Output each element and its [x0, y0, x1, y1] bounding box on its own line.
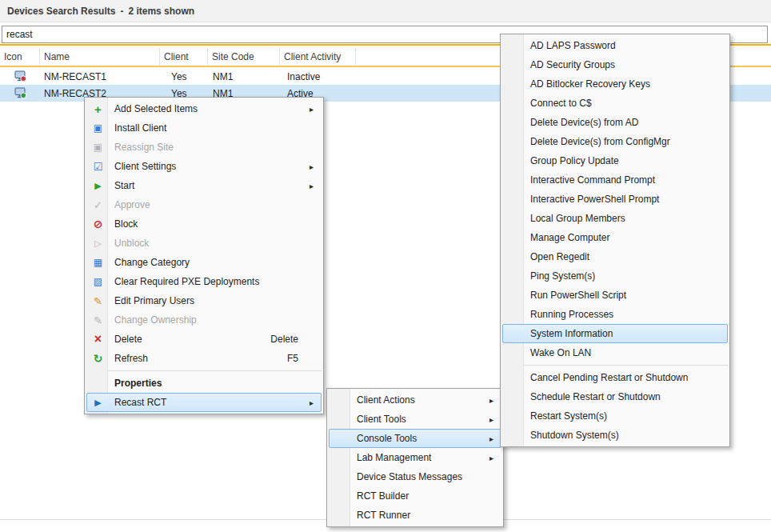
menu-item-reassign-site[interactable]: ▣ Reassign Site ▸: [86, 138, 322, 157]
menu-item-lab-management[interactable]: Lab Management ▸: [329, 448, 501, 467]
device-icon: [14, 70, 26, 82]
add-icon: +: [87, 103, 109, 115]
submenu-arrow-icon: ▸: [310, 105, 321, 114]
delete-icon: ×: [87, 333, 109, 346]
menu-item-label: Ping System(s): [525, 270, 716, 282]
menu-item-recast-rct[interactable]: ▶ Recast RCT ▸: [86, 393, 322, 412]
menu-item-change-category[interactable]: ▦ Change Category ▸: [86, 253, 322, 272]
menu-item-unblock[interactable]: ▷ Unblock ▸: [86, 234, 322, 253]
title-separator: -: [120, 6, 123, 17]
menu-item-running-processes[interactable]: Running Processes ▸: [502, 305, 728, 324]
menu-item-label: Client Actions: [351, 394, 489, 406]
submenu-arrow-icon: ▸: [310, 162, 321, 171]
menu-item-label: Wake On LAN: [525, 347, 716, 358]
menu-item-label: Interactive Command Prompt: [525, 174, 716, 186]
menu-item-rct-builder[interactable]: RCT Builder ▸: [329, 486, 501, 506]
edit-primary-users-icon: ✎: [87, 296, 109, 306]
menu-item-client-actions[interactable]: Client Actions ▸: [329, 390, 501, 410]
menu-item-label: Change Category: [109, 257, 310, 268]
results-header: Devices Search Results-2 items shown: [0, 0, 771, 22]
menu-item-change-ownership[interactable]: ✎ Change Ownership ▸: [86, 310, 322, 330]
menu-item-label: Reassign Site: [109, 142, 310, 153]
menu-item-wake-on-lan[interactable]: Wake On LAN ▸: [502, 343, 728, 362]
menu-separator: [86, 370, 322, 371]
menu-item-group-policy-update[interactable]: Group Policy Update ▸: [502, 151, 728, 170]
menu-item-ad-laps-password[interactable]: AD LAPS Password ▸: [502, 36, 728, 55]
items-shown-count: 2 items shown: [128, 6, 194, 17]
block-icon: ⊘: [87, 218, 109, 230]
menu-item-shutdown-system-s[interactable]: Shutdown System(s) ▸: [502, 426, 728, 445]
menu-item-interactive-powershell-prompt[interactable]: Interactive PowerShell Prompt ▸: [502, 190, 728, 209]
device-context-menu: + Add Selected Items ▸ ▣ Install Client …: [84, 97, 324, 414]
menu-item-label: Client Tools: [351, 414, 489, 425]
menu-item-label: Delete Device(s) from AD: [525, 117, 716, 128]
menu-item-rct-runner[interactable]: RCT Runner ▸: [329, 506, 501, 525]
menu-item-label: Unblock: [109, 238, 310, 249]
menu-item-label: Connect to C$: [525, 98, 716, 109]
client-settings-icon: ☑: [87, 162, 109, 172]
device-icon: [14, 87, 26, 99]
menu-separator: [501, 365, 729, 366]
reassign-site-icon: ▣: [87, 142, 109, 152]
menu-item-label: Local Group Members: [525, 213, 716, 224]
menu-item-label: AD Bitlocker Recovery Keys: [525, 78, 716, 90]
menu-item-console-tools[interactable]: Console Tools ▸: [329, 429, 501, 448]
menu-item-label: Refresh: [109, 353, 287, 364]
menu-item-client-settings[interactable]: ☑ Client Settings ▸: [86, 157, 322, 176]
menu-item-ad-bitlocker-recovery-keys[interactable]: AD Bitlocker Recovery Keys ▸: [502, 74, 728, 94]
page-title: Devices Search Results: [7, 6, 115, 17]
change-category-icon: ▦: [87, 258, 109, 267]
column-header-name[interactable]: Name: [40, 48, 160, 66]
menu-item-cancel-pending-restart-or-shutdown[interactable]: Cancel Pending Restart or Shutdown ▸: [502, 368, 728, 387]
column-header-icon[interactable]: Icon: [0, 48, 40, 66]
menu-item-ad-security-groups[interactable]: AD Security Groups ▸: [502, 55, 728, 74]
menu-item-label: Manage Computer: [525, 232, 716, 243]
menu-item-label: System Information: [525, 328, 716, 339]
menu-item-ping-system-s[interactable]: Ping System(s) ▸: [502, 266, 728, 286]
menu-item-label: Client Settings: [109, 161, 310, 172]
column-header-client[interactable]: Client: [160, 48, 208, 66]
menu-item-edit-primary-users[interactable]: ✎ Edit Primary Users ▸: [86, 291, 322, 310]
menu-item-schedule-restart-or-shutdown[interactable]: Schedule Restart or Shutdown ▸: [502, 387, 728, 406]
menu-item-refresh[interactable]: ↻ Refresh F5 ▸: [86, 349, 322, 368]
menu-item-label: AD LAPS Password: [525, 40, 716, 51]
menu-item-label: Edit Primary Users: [109, 295, 310, 306]
menu-item-delete-device-s-from-configmgr[interactable]: Delete Device(s) from ConfigMgr ▸: [502, 132, 728, 151]
unblock-icon: ▷: [87, 239, 109, 248]
menu-item-label: Interactive PowerShell Prompt: [525, 194, 716, 205]
menu-item-label: Run PowerShell Script: [525, 290, 716, 301]
menu-item-start[interactable]: ▶ Start ▸: [86, 176, 322, 195]
menu-item-label: RCT Runner: [351, 510, 489, 521]
menu-item-delete-device-s-from-ad[interactable]: Delete Device(s) from AD ▸: [502, 113, 728, 132]
menu-item-shortcut: F5: [287, 353, 298, 364]
column-header-client-activity[interactable]: Client Activity: [280, 48, 356, 66]
menu-item-label: Properties: [109, 378, 310, 389]
menu-item-client-tools[interactable]: Client Tools ▸: [329, 410, 501, 429]
menu-item-open-regedit[interactable]: Open Regedit ▸: [502, 247, 728, 266]
submenu-arrow-icon: ▸: [489, 415, 501, 424]
menu-item-clear-required-pxe-deployments[interactable]: ▨ Clear Required PXE Deployments ▸: [86, 272, 322, 291]
start-icon: ▶: [87, 182, 109, 190]
menu-item-approve[interactable]: ✓ Approve ▸: [86, 195, 322, 214]
menu-item-label: Restart System(s): [525, 410, 716, 422]
menu-item-local-group-members[interactable]: Local Group Members ▸: [502, 209, 728, 228]
submenu-arrow-icon: ▸: [489, 396, 501, 405]
menu-item-connect-to-c[interactable]: Connect to C$ ▸: [502, 94, 728, 113]
menu-item-block[interactable]: ⊘ Block ▸: [86, 214, 322, 234]
column-header-site-code[interactable]: Site Code: [208, 48, 280, 66]
refresh-icon: ↻: [87, 353, 109, 364]
install-client-icon: ▣: [87, 123, 109, 133]
approve-icon: ✓: [87, 200, 109, 210]
menu-item-manage-computer[interactable]: Manage Computer ▸: [502, 228, 728, 247]
menu-item-run-powershell-script[interactable]: Run PowerShell Script ▸: [502, 286, 728, 305]
menu-item-interactive-command-prompt[interactable]: Interactive Command Prompt ▸: [502, 170, 728, 190]
menu-item-delete[interactable]: × Delete Delete ▸: [86, 330, 322, 349]
menu-item-device-status-messages[interactable]: Device Status Messages ▸: [329, 467, 501, 486]
devices-search-results-window: Devices Search Results-2 items shown Ico…: [0, 0, 771, 532]
menu-item-restart-system-s[interactable]: Restart System(s) ▸: [502, 406, 728, 426]
menu-item-system-information[interactable]: System Information ▸: [502, 324, 728, 343]
menu-item-install-client[interactable]: ▣ Install Client ▸: [86, 118, 322, 138]
menu-item-add-selected-items[interactable]: + Add Selected Items ▸: [86, 99, 322, 118]
menu-item-properties[interactable]: Properties ▸: [86, 374, 322, 393]
device-name: NM-RECAST1: [40, 71, 160, 82]
